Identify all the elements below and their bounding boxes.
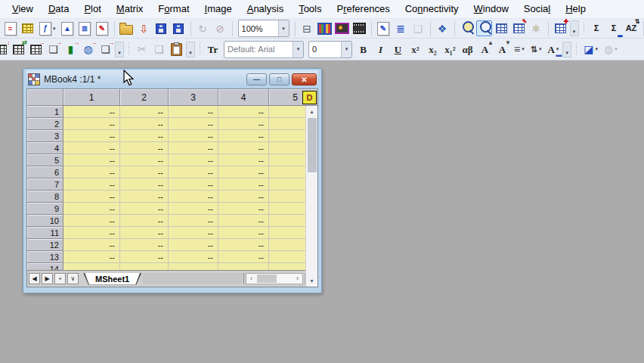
cell-r12-c4[interactable]: -- <box>218 239 269 251</box>
cell-r9-c4[interactable]: -- <box>218 203 269 215</box>
cell-r9-c1[interactable]: -- <box>63 203 120 215</box>
cell-r11-c3[interactable]: -- <box>169 227 218 239</box>
open[interactable] <box>119 20 135 36</box>
open-template[interactable]: ⇩ <box>136 20 152 36</box>
cell-r14-c2[interactable]: -- <box>120 263 169 270</box>
fill-color[interactable]: ◪▾ <box>581 42 600 57</box>
fill-color-dropdown[interactable]: ▾ <box>596 46 599 52</box>
import-from-web[interactable]: ◍→ <box>80 42 96 57</box>
menu-tools[interactable]: Tools <box>291 2 329 17</box>
cell-r2-c4[interactable]: -- <box>218 118 269 130</box>
row-header-7[interactable]: 7 <box>27 178 63 191</box>
cell-r13-c3[interactable]: -- <box>169 251 218 263</box>
toolbar-overflow-1[interactable]: ▾ <box>570 20 579 36</box>
zoom-pan-tool[interactable] <box>476 20 492 36</box>
subscript[interactable]: x₂ <box>425 42 441 57</box>
cell-r2-c1[interactable]: -- <box>63 118 120 130</box>
save-project[interactable] <box>153 20 169 36</box>
cell-r4-c4[interactable]: -- <box>218 142 269 154</box>
super-subscript[interactable]: x₁² <box>442 42 458 57</box>
object-manager[interactable] <box>494 20 509 36</box>
cut[interactable]: ✂ <box>134 42 150 57</box>
cell-r1-c1[interactable]: -- <box>63 106 120 118</box>
menu-analysis[interactable]: Analysis <box>240 2 291 17</box>
cell-r6-c2[interactable]: -- <box>120 166 169 178</box>
cell-r4-c3[interactable]: -- <box>169 142 218 154</box>
cell-r6-c1[interactable]: -- <box>63 166 120 178</box>
cell-r4-c2[interactable]: -- <box>120 142 169 154</box>
font-name-combo-arrow[interactable]: ▾ <box>293 42 303 57</box>
abort-script[interactable]: ⊘ <box>212 20 228 36</box>
cell-r5-c3[interactable]: -- <box>169 154 218 166</box>
font-color[interactable]: A▬▾ <box>545 42 561 57</box>
cell-r1-c4[interactable]: -- <box>218 106 269 118</box>
d-button[interactable]: D <box>302 91 317 104</box>
sum-column[interactable]: Σ <box>589 20 605 36</box>
font-size-combo[interactable]: 0▾ <box>308 41 352 58</box>
cell-r10-c4[interactable]: -- <box>218 215 269 227</box>
cell-r14-c3[interactable]: -- <box>169 263 218 270</box>
font-name-combo[interactable]: Default: Arial▾ <box>224 41 304 58</box>
row-header-8[interactable]: 8 <box>27 191 63 203</box>
cell-r5-c2[interactable]: -- <box>120 154 169 166</box>
menu-image[interactable]: Image <box>197 2 240 17</box>
font-tool[interactable]: Tr <box>205 42 221 57</box>
menu-data[interactable]: Data <box>41 2 76 17</box>
zoom-combo[interactable]: 100%▾ <box>238 20 289 37</box>
toolbar-overflow-2[interactable]: ▾ <box>115 42 124 57</box>
cell-r7-c3[interactable]: -- <box>169 178 218 191</box>
column-header-2[interactable]: 2 <box>120 89 169 106</box>
cell-r6-c3[interactable]: -- <box>169 166 218 178</box>
row-header-1[interactable]: 1 <box>27 106 63 118</box>
new-function-plot-dropdown[interactable]: ▾ <box>53 26 56 32</box>
row-header-12[interactable]: 12 <box>27 239 63 251</box>
scroll-left-icon[interactable]: ‹ <box>246 275 256 282</box>
cell-r12-c2[interactable]: -- <box>120 239 169 251</box>
edit-metadata[interactable]: ✎ <box>511 20 527 36</box>
cell-r8-c1[interactable]: -- <box>63 191 120 203</box>
menu-view[interactable]: View <box>5 2 41 17</box>
new-workbook[interactable] <box>20 20 36 36</box>
sheet-next-button[interactable]: ▶ <box>42 273 53 284</box>
restore-button[interactable]: □ <box>269 73 289 85</box>
sheet-tab[interactable]: MSheet1 <box>83 273 141 285</box>
cell-r9-c2[interactable]: -- <box>120 203 169 215</box>
row-header-3[interactable]: 3 <box>27 130 63 142</box>
matrix-window[interactable]: MBook4 :1/1 * — □ ✕ 12345 1----------2--… <box>23 68 322 293</box>
window-title-bar[interactable]: MBook4 :1/1 * — □ ✕ <box>26 70 318 88</box>
menu-connectivity[interactable]: Connectivity <box>398 2 466 17</box>
cell-r14-c4[interactable]: -- <box>218 263 269 270</box>
row-header-6[interactable]: 6 <box>27 166 63 178</box>
superscript[interactable]: x² <box>407 42 423 57</box>
cell-r10-c1[interactable]: -- <box>63 215 120 227</box>
cell-r14-c1[interactable]: -- <box>63 263 120 270</box>
duplicate-window[interactable]: ❏ <box>410 20 426 36</box>
import-multiple[interactable]: → <box>28 42 44 57</box>
video-player[interactable] <box>351 20 367 36</box>
cell-r3-c1[interactable]: -- <box>63 130 120 142</box>
horizontal-scroll-thumb[interactable] <box>257 275 277 283</box>
cell-r8-c4[interactable]: -- <box>218 191 269 203</box>
column-header-1[interactable]: 1 <box>63 89 120 106</box>
import-wizard[interactable]: ❏→ <box>45 42 61 57</box>
import-clipboard[interactable]: ❏→ <box>98 42 113 57</box>
pen-tool[interactable]: ✎ <box>376 20 392 36</box>
cell-r13-c1[interactable]: -- <box>63 251 120 263</box>
menu-window[interactable]: Window <box>466 2 516 17</box>
row-header-11[interactable]: 11 <box>27 227 63 239</box>
cell-r12-c3[interactable]: -- <box>169 239 218 251</box>
cell-r3-c4[interactable]: -- <box>218 130 269 142</box>
menu-format[interactable]: Format <box>150 2 197 17</box>
cell-r13-c4[interactable]: -- <box>218 251 269 263</box>
sort-columns[interactable]: AZ⇅ <box>624 20 639 36</box>
row-header-9[interactable]: 9 <box>27 203 63 215</box>
column-header-3[interactable]: 3 <box>169 89 218 106</box>
import-ascii[interactable]: ↓ <box>0 42 9 57</box>
scroll-up-icon[interactable]: ▲ <box>306 106 317 117</box>
cell-r10-c2[interactable]: -- <box>120 215 169 227</box>
menu-preferences[interactable]: Preferences <box>329 2 397 17</box>
cell-r8-c2[interactable]: -- <box>120 191 169 203</box>
zoom-all[interactable] <box>459 20 475 36</box>
copy[interactable]: ❏ <box>151 42 167 57</box>
new-matrix[interactable]: ▲ <box>60 20 76 36</box>
